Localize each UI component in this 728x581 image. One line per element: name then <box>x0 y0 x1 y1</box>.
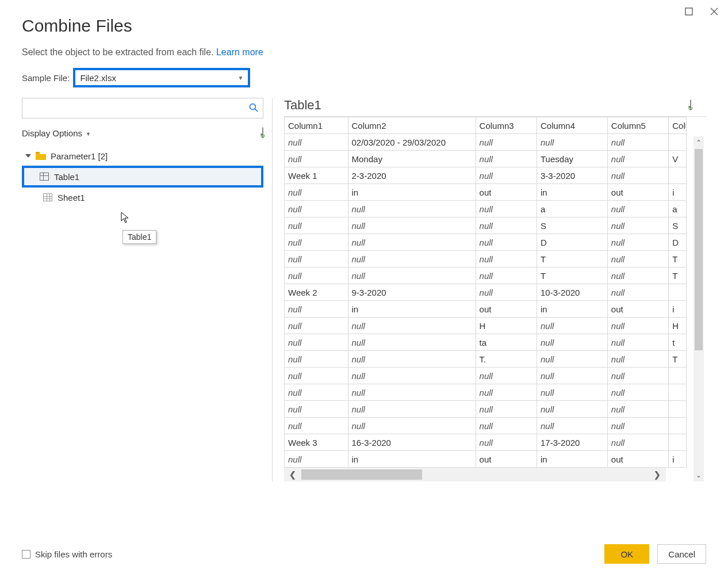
table-cell[interactable]: null <box>285 184 348 201</box>
table-row[interactable]: nullinoutinouti <box>285 301 687 318</box>
table-cell[interactable]: Week 1 <box>285 167 348 184</box>
column-header[interactable]: Column5 <box>607 117 668 134</box>
table-cell[interactable]: Week 3 <box>285 434 348 451</box>
table-row[interactable]: nullnullnullnullnull <box>285 401 687 418</box>
table-cell[interactable]: null <box>285 234 348 251</box>
table-cell[interactable]: null <box>285 301 348 318</box>
table-cell[interactable] <box>669 284 687 301</box>
table-cell[interactable] <box>669 401 687 418</box>
table-cell[interactable]: null <box>285 368 348 384</box>
table-row[interactable]: nullMondaynullTuesdaynullV <box>285 151 687 167</box>
table-cell[interactable] <box>669 384 687 401</box>
table-cell[interactable]: null <box>285 318 348 334</box>
table-cell[interactable]: null <box>285 201 348 217</box>
table-cell[interactable]: in <box>348 184 476 201</box>
table-cell[interactable]: null <box>537 134 608 151</box>
table-cell[interactable]: H <box>669 318 687 334</box>
table-cell[interactable]: out <box>476 451 537 468</box>
table-cell[interactable]: Tuesday <box>537 151 608 167</box>
scrollbar-thumb[interactable] <box>695 149 703 350</box>
table-cell[interactable]: null <box>348 334 476 351</box>
table-cell[interactable]: T. <box>476 351 537 368</box>
table-cell[interactable]: Week 2 <box>285 284 348 301</box>
table-cell[interactable]: null <box>607 368 668 384</box>
scroll-right-icon[interactable]: ❯ <box>649 468 666 481</box>
table-cell[interactable]: null <box>607 334 668 351</box>
table-cell[interactable]: null <box>607 251 668 267</box>
table-cell[interactable]: null <box>348 251 476 267</box>
table-row[interactable]: nullnullnullTnullT <box>285 251 687 267</box>
table-cell[interactable]: null <box>476 284 537 301</box>
table-cell[interactable]: null <box>285 384 348 401</box>
expand-collapse-icon[interactable] <box>25 154 31 158</box>
maximize-icon[interactable] <box>682 5 696 18</box>
table-cell[interactable]: null <box>607 134 668 151</box>
display-options-menu[interactable]: Display Options ▼ <box>22 128 91 138</box>
table-cell[interactable]: 17-3-2020 <box>537 434 608 451</box>
table-cell[interactable]: null <box>537 418 608 434</box>
table-cell[interactable]: T <box>669 351 687 368</box>
table-cell[interactable]: null <box>476 134 537 151</box>
table-cell[interactable]: null <box>285 351 348 368</box>
table-cell[interactable]: out <box>607 301 668 318</box>
table-cell[interactable]: T <box>669 267 687 284</box>
table-row[interactable]: nullnullT.nullnullT <box>285 351 687 368</box>
table-cell[interactable] <box>669 434 687 451</box>
table-row[interactable]: Week 29-3-2020null10-3-2020null <box>285 284 687 301</box>
tree-node-sheet1[interactable]: Sheet1 <box>22 188 263 207</box>
scroll-left-icon[interactable]: ❮ <box>284 468 301 481</box>
table-row[interactable]: nullnullnullSnullS <box>285 217 687 234</box>
table-cell[interactable]: null <box>348 267 476 284</box>
table-row[interactable]: nullinoutinouti <box>285 184 687 201</box>
table-cell[interactable]: null <box>285 134 348 151</box>
table-cell[interactable]: null <box>537 351 608 368</box>
close-icon[interactable] <box>707 5 721 18</box>
table-cell[interactable]: null <box>476 384 537 401</box>
scroll-up-icon[interactable]: ⌃ <box>693 136 704 149</box>
table-cell[interactable]: 02/03/2020 - 29/03/2020 <box>348 134 476 151</box>
table-cell[interactable]: S <box>537 217 608 234</box>
table-row[interactable]: nullnullnullanulla <box>285 201 687 217</box>
table-cell[interactable]: T <box>669 251 687 267</box>
table-row[interactable]: nullnullnullnullnull <box>285 368 687 384</box>
table-cell[interactable]: null <box>348 318 476 334</box>
table-cell[interactable]: null <box>348 351 476 368</box>
table-cell[interactable]: null <box>476 167 537 184</box>
table-cell[interactable]: null <box>285 267 348 284</box>
scrollbar-thumb[interactable] <box>301 469 422 480</box>
column-header[interactable]: Column2 <box>348 117 476 134</box>
table-cell[interactable]: i <box>669 301 687 318</box>
table-row[interactable]: nullnullnullTnullT <box>285 267 687 284</box>
table-cell[interactable]: out <box>607 184 668 201</box>
table-cell[interactable]: null <box>476 267 537 284</box>
table-cell[interactable] <box>669 368 687 384</box>
table-cell[interactable]: null <box>476 368 537 384</box>
table-cell[interactable]: null <box>607 201 668 217</box>
table-cell[interactable]: null <box>537 368 608 384</box>
table-cell[interactable]: null <box>476 434 537 451</box>
table-cell[interactable]: null <box>607 318 668 334</box>
table-cell[interactable]: null <box>476 151 537 167</box>
table-cell[interactable] <box>669 134 687 151</box>
table-row[interactable]: nullnullHnullnullH <box>285 318 687 334</box>
scroll-down-icon[interactable]: ⌄ <box>693 469 704 481</box>
table-cell[interactable]: null <box>348 234 476 251</box>
table-cell[interactable]: null <box>348 201 476 217</box>
table-cell[interactable]: null <box>285 401 348 418</box>
table-cell[interactable]: null <box>607 384 668 401</box>
table-cell[interactable]: in <box>537 451 608 468</box>
table-cell[interactable]: T <box>537 251 608 267</box>
table-cell[interactable]: null <box>537 334 608 351</box>
table-cell[interactable]: null <box>476 401 537 418</box>
table-cell[interactable]: null <box>285 451 348 468</box>
table-cell[interactable]: null <box>285 151 348 167</box>
table-cell[interactable]: H <box>476 318 537 334</box>
learn-more-link[interactable]: Learn more <box>216 47 263 57</box>
table-cell[interactable]: null <box>348 384 476 401</box>
table-cell[interactable]: null <box>348 401 476 418</box>
table-cell[interactable]: null <box>348 368 476 384</box>
table-cell[interactable]: Monday <box>348 151 476 167</box>
table-cell[interactable]: null <box>476 418 537 434</box>
table-row[interactable]: Week 316-3-2020null17-3-2020null <box>285 434 687 451</box>
table-row[interactable]: null02/03/2020 - 29/03/2020nullnullnull <box>285 134 687 151</box>
